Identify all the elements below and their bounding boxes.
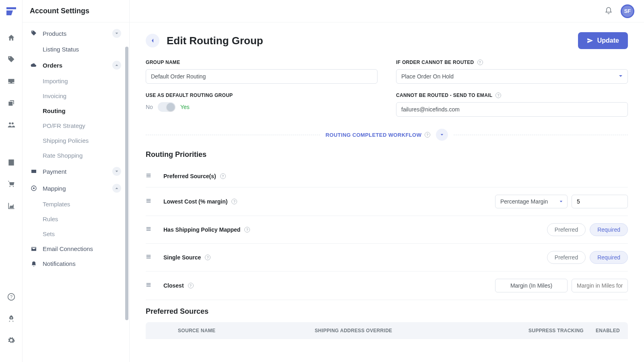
users-icon[interactable]	[3, 117, 19, 133]
send-icon	[587, 37, 593, 44]
sidebar: Account Settings Products Listing Status…	[23, 0, 130, 362]
chevron-down-icon	[112, 167, 121, 176]
help-icon[interactable]: ?	[425, 132, 430, 138]
drag-icon[interactable]	[146, 282, 151, 289]
cloud-icon	[31, 62, 38, 68]
preferred-chip[interactable]: Preferred	[547, 251, 586, 264]
nav-group-listing-status[interactable]: Listing Status	[25, 42, 127, 57]
workflow-label: ROUTING COMPLETED WORKFLOW ?	[326, 132, 431, 138]
help-icon[interactable]: ?	[477, 60, 483, 65]
inbox-icon[interactable]	[3, 73, 19, 89]
back-button[interactable]	[146, 34, 159, 47]
drag-icon[interactable]	[146, 254, 151, 261]
nav-group-email[interactable]: Email Connections	[25, 241, 127, 256]
sidebar-scrollbar[interactable]	[125, 47, 128, 320]
failure-email-input[interactable]	[396, 102, 628, 117]
margin-value-input[interactable]	[572, 195, 628, 208]
nav-item-templates[interactable]: Templates	[37, 197, 127, 212]
svg-point-3	[33, 187, 35, 189]
chevron-down-icon	[112, 29, 121, 38]
sliders-icon	[31, 46, 38, 53]
nav-item-sets[interactable]: Sets	[37, 226, 127, 241]
drag-icon[interactable]	[146, 173, 151, 180]
chevron-up-icon	[112, 184, 121, 193]
building-icon[interactable]	[3, 154, 19, 171]
default-toggle-label: USE AS DEFAULT ROUTING GROUP	[146, 93, 378, 98]
drag-icon[interactable]	[146, 198, 151, 205]
priority-row-single-source: Single Source? Preferred Required	[146, 244, 628, 272]
nav-item-routing[interactable]: Routing	[37, 103, 127, 118]
cart-icon[interactable]	[3, 176, 19, 192]
preferred-sources-title: Preferred Sources	[146, 307, 628, 316]
toggle-no-label: No	[146, 104, 153, 110]
topbar: SF	[130, 0, 644, 23]
logo	[5, 5, 18, 18]
page-title: Edit Routing Group	[167, 35, 263, 47]
help-icon[interactable]: ?	[205, 255, 211, 260]
required-chip[interactable]: Required	[590, 251, 628, 264]
col-source-name: SOURCE NAME	[154, 328, 315, 333]
preferred-chip[interactable]: Preferred	[547, 223, 586, 236]
workflow-expand-button[interactable]	[436, 129, 448, 141]
copy-icon[interactable]	[3, 95, 19, 111]
margin-type-select[interactable]: Percentage Margin	[495, 195, 568, 208]
help-icon[interactable]: ?	[244, 227, 250, 232]
nav-group-notifications[interactable]: Notifications	[25, 256, 127, 271]
sidebar-title: Account Settings	[23, 0, 129, 23]
chevron-down-icon	[559, 198, 563, 205]
tag-icon	[31, 30, 38, 37]
avatar[interactable]: SF	[621, 4, 634, 18]
col-enabled: ENABLED	[584, 328, 620, 333]
priority-row-closest: Closest? Margin (In Miles)	[146, 272, 628, 300]
chart-icon[interactable]	[3, 198, 19, 214]
gear-icon[interactable]	[3, 332, 19, 348]
card-icon	[31, 168, 38, 175]
col-suppress-tracking: SUPPRESS TRACKING	[515, 328, 584, 333]
nav-item-importing[interactable]: Importing	[37, 74, 127, 88]
margin-miles-input[interactable]	[572, 279, 628, 292]
email-label: CANNOT BE ROUTED - SEND TO EMAIL ?	[396, 93, 628, 98]
cannot-route-select[interactable]	[396, 69, 628, 84]
bell-icon	[31, 261, 38, 267]
svg-text:?: ?	[10, 294, 12, 299]
help-icon[interactable]: ?	[188, 283, 194, 288]
group-name-label: GROUP NAME	[146, 60, 378, 65]
help-icon[interactable]: ?	[231, 199, 237, 204]
icon-rail: ?	[0, 0, 23, 362]
help-icon[interactable]: ?	[220, 173, 226, 179]
group-name-input[interactable]	[146, 69, 378, 84]
nav-item-shipping-policies[interactable]: Shipping Policies	[37, 133, 127, 148]
rocket-icon[interactable]	[3, 311, 19, 327]
priority-row-shipping-policy: Has Shipping Policy Mapped? Preferred Re…	[146, 216, 628, 244]
update-button[interactable]: Update	[578, 32, 628, 49]
nav-group-products[interactable]: Products	[25, 25, 127, 42]
mail-icon	[31, 246, 38, 252]
nav-item-rate-shopping[interactable]: Rate Shopping	[37, 148, 127, 163]
required-chip[interactable]: Required	[590, 223, 628, 236]
nav-item-pofr[interactable]: PO/FR Strategy	[37, 118, 127, 133]
priorities-title: Routing Priorities	[146, 150, 628, 159]
drag-icon[interactable]	[146, 226, 151, 233]
default-toggle[interactable]	[158, 102, 175, 112]
margin-miles-label: Margin (In Miles)	[495, 279, 568, 292]
priority-row-lowest-cost: Lowest Cost (% margin)? Percentage Margi…	[146, 187, 628, 216]
notifications-icon[interactable]	[605, 6, 613, 16]
target-icon	[31, 185, 38, 191]
nav-group-orders[interactable]: Orders	[25, 57, 127, 74]
sources-table-header: SOURCE NAME SHIPPING ADDRESS OVERRIDE SU…	[146, 322, 628, 339]
col-address-override: SHIPPING ADDRESS OVERRIDE	[315, 328, 515, 333]
nav-item-invoicing[interactable]: Invoicing	[37, 88, 127, 103]
nav-item-rules[interactable]: Rules	[37, 212, 127, 226]
priority-row-preferred-sources: Preferred Source(s)?	[146, 165, 628, 187]
home-icon[interactable]	[3, 30, 19, 46]
nav-group-mapping[interactable]: Mapping	[25, 180, 127, 197]
nav-group-payment[interactable]: Payment	[25, 163, 127, 180]
chevron-up-icon	[112, 61, 121, 70]
help-icon[interactable]: ?	[3, 289, 19, 305]
help-icon[interactable]: ?	[495, 93, 501, 98]
toggle-yes-label: Yes	[180, 104, 190, 110]
cannot-route-label: IF ORDER CANNOT BE ROUTED ?	[396, 60, 628, 65]
tag-icon[interactable]	[3, 51, 19, 68]
